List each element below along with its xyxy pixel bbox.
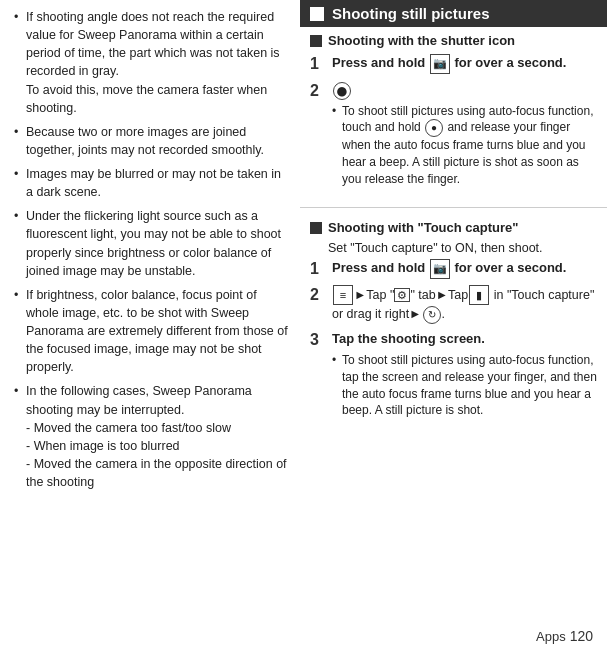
confirm-icon: ↻ [423,306,441,324]
page-number: 120 [570,628,593,644]
tab-icon: ⚙ [394,288,410,302]
bullet-item-3: Images may be blurred or may not be take… [14,165,290,201]
step-2-3-content: Tap the shooting screen. To shoot still … [332,330,597,422]
step-2-3-num: 3 [310,330,324,351]
subsection-1-title: Shooting with the shutter icon [328,33,515,48]
touch-capture-icon: ▮ [469,285,489,305]
step-2-3-text: Tap the shooting screen. [332,331,485,346]
step-1-1: 1 Press and hold 📷 for over a second. [310,54,597,75]
set-text: Set "Touch capture" to ON, then shoot. [328,241,597,255]
footer: Apps 120 [0,624,607,648]
step-2-2: 2 ≡►Tap "⚙" tab►Tap▮ in "Touch capture" … [310,285,597,324]
section-header: Shooting still pictures [300,0,607,27]
menu-icon: ≡ [333,285,353,305]
subsection-2-title: Shooting with "Touch capture" [328,220,518,235]
step-2-1: 1 Press and hold 📷 for over a second. [310,259,597,280]
subsection-1-icon [310,35,322,47]
subsection-2-header: Shooting with "Touch capture" [310,220,597,235]
step-1-2: 2 ● To shoot still pictures using auto-f… [310,81,597,191]
step-1-2-bullet-1: To shoot still pictures using auto-focus… [332,103,597,188]
step-1-2-bullets: To shoot still pictures using auto-focus… [332,103,597,188]
right-column: Shooting still pictures Shooting with th… [300,0,607,648]
step-2-1-num: 1 [310,259,324,280]
bullet-item-1: If shooting angle does not reach the req… [14,8,290,117]
step-1-1-num: 1 [310,54,324,75]
step-2-2-text: ≡►Tap "⚙" tab►Tap▮ in "Touch capture" or… [332,288,594,322]
step-2-2-content: ≡►Tap "⚙" tab►Tap▮ in "Touch capture" or… [332,285,597,324]
shutter-icon-1: 📷 [430,54,450,74]
af-icon: ● [425,119,443,137]
header-icon [310,7,324,21]
step-1-2-content: ● To shoot still pictures using auto-foc… [332,81,597,191]
step-1-1-content: Press and hold 📷 for over a second. [332,54,597,74]
subsection-2: Shooting with "Touch capture" Set "Touch… [300,214,607,433]
bullet-item-2: Because two or more images are joined to… [14,123,290,159]
step-1-2-icon: ● [333,82,351,100]
step-2-1-text: Press and hold 📷 for over a second. [332,260,566,275]
step-2-3-bullets: To shoot still pictures using auto-focus… [332,352,597,419]
bullet-item-5: If brightness, color balance, focus poin… [14,286,290,377]
subsection-1-header: Shooting with the shutter icon [310,33,597,48]
subsection-1: Shooting with the shutter icon 1 Press a… [300,27,607,201]
subsection-2-icon [310,222,322,234]
nav-label[interactable]: Apps [536,629,566,644]
step-2-1-content: Press and hold 📷 for over a second. [332,259,597,279]
step-2-3: 3 Tap the shooting screen. To shoot stil… [310,330,597,422]
left-column: If shooting angle does not reach the req… [0,0,300,648]
section-title: Shooting still pictures [332,5,490,22]
step-2-3-bullet-1: To shoot still pictures using auto-focus… [332,352,597,419]
bullet-list: If shooting angle does not reach the req… [14,8,290,491]
step-1-2-num: 2 [310,81,324,102]
step-1-1-text: Press and hold 📷 for over a second. [332,55,566,70]
shutter-icon-2: 📷 [430,259,450,279]
bullet-item-4: Under the flickering light source such a… [14,207,290,280]
section-divider [300,207,607,208]
bullet-item-6: In the following cases, Sweep Panorama s… [14,382,290,491]
step-2-2-num: 2 [310,285,324,306]
